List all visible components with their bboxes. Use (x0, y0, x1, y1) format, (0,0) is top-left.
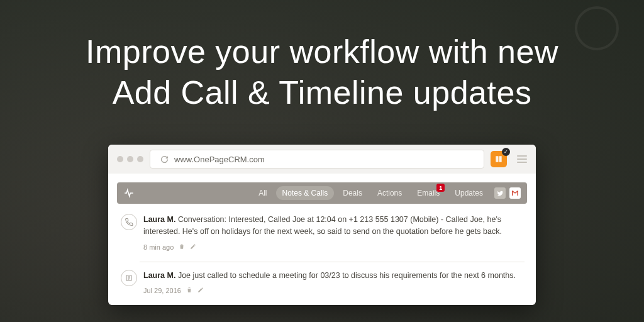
delete-icon[interactable] (186, 286, 192, 296)
tab-emails[interactable]: Emails 1 (411, 186, 446, 200)
extension-badge-icon: ✓ (502, 148, 510, 156)
entry-author: Laura M. (143, 215, 175, 224)
note-icon (121, 270, 137, 286)
tab-notes-calls[interactable]: Notes & Calls (276, 186, 335, 200)
page-content: All Notes & Calls Deals Actions Emails 1… (108, 174, 536, 305)
twitter-icon[interactable] (494, 187, 506, 199)
gmail-icon[interactable] (509, 187, 521, 199)
browser-chrome-bar: www.OnePageCRM.com ✓ (108, 145, 536, 174)
refresh-icon[interactable] (159, 154, 169, 164)
timeline-entries: Laura M. Conversation: Interested, Calle… (108, 204, 536, 305)
hamburger-menu-icon[interactable] (517, 155, 527, 163)
entry-time: Jul 29, 2016 (143, 286, 181, 296)
hero-line-2: Add Call & Timeline updates (0, 72, 644, 113)
entry-divider (140, 262, 525, 262)
url-bar[interactable]: www.OnePageCRM.com (150, 150, 484, 169)
social-icons-group (494, 187, 521, 199)
hero-heading: Improve your workflow with new Add Call … (0, 31, 644, 113)
window-controls[interactable] (117, 156, 143, 162)
tab-deals[interactable]: Deals (336, 186, 369, 200)
extension-icon[interactable]: ✓ (491, 151, 507, 167)
entry-text: Joe just called to schedule a meeting fo… (175, 271, 516, 280)
timeline-entry: Laura M. Conversation: Interested, Calle… (112, 214, 533, 262)
entry-meta: Jul 29, 2016 (143, 286, 525, 296)
delete-icon[interactable] (179, 242, 185, 253)
tab-actions[interactable]: Actions (371, 186, 408, 200)
timeline-entry: Laura M. Joe just called to schedule a m… (112, 270, 533, 305)
entry-text: Conversation: Interested, Called Joe at … (143, 215, 502, 236)
entry-author: Laura M. (143, 271, 175, 280)
browser-window: www.OnePageCRM.com ✓ All Notes & Calls D… (108, 145, 536, 305)
call-icon (121, 214, 137, 230)
activity-icon (123, 187, 135, 199)
entry-meta: 8 min ago (143, 242, 525, 253)
edit-icon[interactable] (197, 286, 204, 296)
tab-updates[interactable]: Updates (448, 186, 489, 200)
edit-icon[interactable] (190, 242, 196, 253)
window-dot-zoom[interactable] (137, 156, 143, 162)
entry-time: 8 min ago (143, 242, 174, 253)
timeline-tab-bar: All Notes & Calls Deals Actions Emails 1… (117, 182, 527, 204)
entry-body: Laura M. Conversation: Interested, Calle… (143, 214, 525, 253)
window-dot-minimize[interactable] (127, 156, 133, 162)
emails-badge: 1 (436, 184, 445, 192)
url-text: www.OnePageCRM.com (174, 155, 265, 164)
entry-body: Laura M. Joe just called to schedule a m… (143, 270, 525, 296)
window-dot-close[interactable] (117, 156, 123, 162)
hero-line-1: Improve your workflow with new (0, 31, 644, 72)
tab-all[interactable]: All (252, 186, 273, 200)
